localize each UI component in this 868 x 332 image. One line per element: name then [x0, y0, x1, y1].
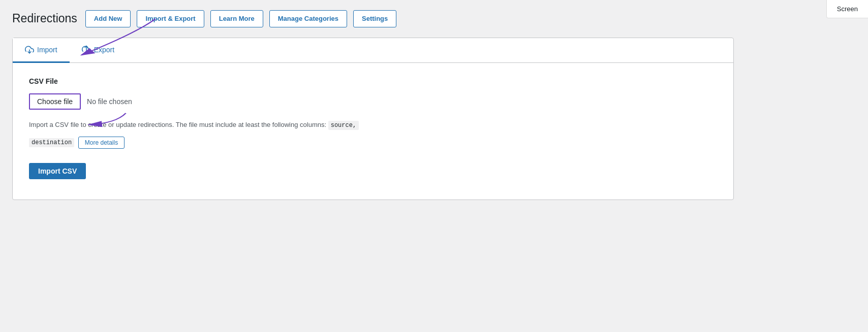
tabs-row: Import Export	[13, 38, 733, 63]
tab-import[interactable]: Import	[13, 38, 70, 63]
tab-export[interactable]: Export	[70, 38, 127, 63]
page-title: Redirections	[12, 12, 77, 25]
file-input-row: Choose file No file chosen	[29, 93, 717, 110]
cloud-upload-icon	[82, 45, 91, 54]
main-card: Import Export CSV File Choose file	[12, 38, 734, 200]
import-export-button[interactable]: Import & Export	[137, 10, 204, 27]
description-text: Import a CSV file to create or update re…	[29, 120, 717, 130]
learn-more-button[interactable]: Learn More	[210, 10, 263, 27]
code-destination: destination	[29, 138, 74, 147]
card-content: CSV File Choose file No file chosen Impo…	[13, 63, 733, 200]
choose-file-button[interactable]: Choose file	[29, 93, 81, 110]
tab-export-label: Export	[94, 46, 114, 54]
manage-categories-button[interactable]: Manage Categories	[269, 10, 347, 27]
no-file-text: No file chosen	[87, 97, 132, 106]
tab-import-label: Import	[37, 46, 57, 54]
cloud-download-icon	[25, 45, 34, 54]
code-source: source,	[328, 121, 359, 130]
csv-file-label: CSV File	[29, 77, 717, 85]
screen-button[interactable]: Screen	[826, 0, 868, 18]
page-header: Redirections Add New Import & Export Lea…	[12, 10, 856, 27]
add-new-button[interactable]: Add New	[85, 10, 131, 27]
import-csv-button[interactable]: Import CSV	[29, 163, 86, 179]
description-text-2: destination More details	[29, 137, 717, 149]
settings-button[interactable]: Settings	[353, 10, 396, 27]
more-details-button[interactable]: More details	[78, 137, 125, 149]
desc-line1: Import a CSV file to create or update re…	[29, 121, 326, 128]
